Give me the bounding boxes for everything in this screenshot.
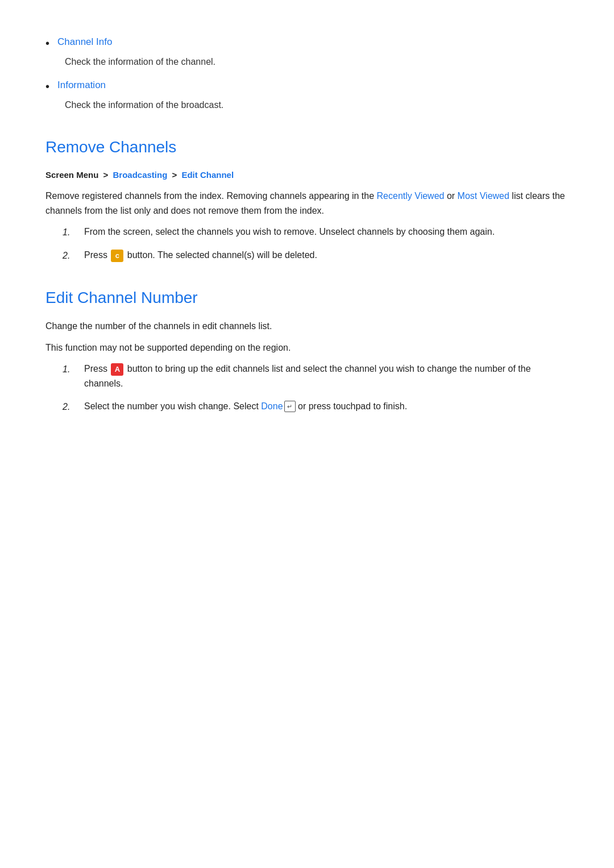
edit-step-2-num: 2. (63, 400, 78, 414)
recently-viewed-link[interactable]: Recently Viewed (377, 191, 445, 201)
channel-info-link[interactable]: Channel Info (57, 34, 112, 49)
channel-info-desc: Check the information of the channel. (65, 55, 569, 69)
remove-step-2-after: button. The selected channel(s) will be … (125, 250, 317, 260)
remove-channels-intro: Remove registered channels from the inde… (45, 189, 569, 218)
bullet-item-information: • Information (45, 77, 569, 94)
edit-step-2-before: Select the number you wish change. Selec… (84, 401, 261, 411)
edit-step-2: 2. Select the number you wish change. Se… (63, 399, 569, 414)
remove-channels-breadcrumb: Screen Menu > Broadcasting > Edit Channe… (45, 168, 569, 182)
intro-text: Remove registered channels from the inde… (45, 191, 377, 201)
edit-channel-number-desc2: This function may not be supported depen… (45, 340, 569, 355)
remove-step-2-before: Press (84, 250, 110, 260)
remove-step-2-num: 2. (63, 248, 78, 263)
done-link[interactable]: Done (261, 401, 283, 411)
most-viewed-link[interactable]: Most Viewed (458, 191, 509, 201)
bullet-dot: • (45, 35, 49, 51)
bullet-item-channel-info: • Channel Info (45, 34, 569, 51)
edit-channel-number-heading: Edit Channel Number (45, 285, 569, 311)
breadcrumb-sep-1: > (103, 170, 109, 180)
bullet-section: • Channel Info Check the information of … (45, 34, 569, 112)
remove-step-1-text: From the screen, select the channels you… (84, 225, 569, 239)
edit-step-1-text: Press A button to bring up the edit chan… (84, 362, 569, 391)
a-button-icon: A (111, 363, 123, 376)
breadcrumb-broadcasting[interactable]: Broadcasting (113, 170, 167, 180)
breadcrumb-screen-menu: Screen Menu (45, 170, 98, 180)
information-desc: Check the information of the broadcast. (65, 98, 569, 113)
c-button-icon: c (111, 250, 123, 262)
information-link[interactable]: Information (57, 77, 106, 93)
middle-text: or (444, 191, 457, 201)
edit-step-1-num: 1. (63, 362, 78, 377)
done-icon: ↵ (284, 401, 296, 412)
remove-step-1: 1. From the screen, select the channels … (63, 225, 569, 240)
edit-channel-number-desc1: Change the number of the channels in edi… (45, 319, 569, 334)
bullet-dot-2: • (45, 78, 49, 94)
edit-step-1: 1. Press A button to bring up the edit c… (63, 362, 569, 391)
remove-channels-steps: 1. From the screen, select the channels … (63, 225, 569, 263)
edit-step-1-after: button to bring up the edit channels lis… (84, 364, 531, 388)
remove-step-2-text: Press c button. The selected channel(s) … (84, 248, 569, 263)
remove-step-1-num: 1. (63, 225, 78, 240)
breadcrumb-sep-2: > (172, 170, 177, 180)
edit-step-2-text: Select the number you wish change. Selec… (84, 399, 569, 414)
edit-channel-number-steps: 1. Press A button to bring up the edit c… (63, 362, 569, 414)
breadcrumb-edit-channel[interactable]: Edit Channel (181, 170, 234, 180)
edit-step-2-after: or press touchpad to finish. (296, 401, 408, 411)
remove-step-2: 2. Press c button. The selected channel(… (63, 248, 569, 263)
edit-step-1-before: Press (84, 364, 110, 373)
remove-channels-heading: Remove Channels (45, 135, 569, 160)
